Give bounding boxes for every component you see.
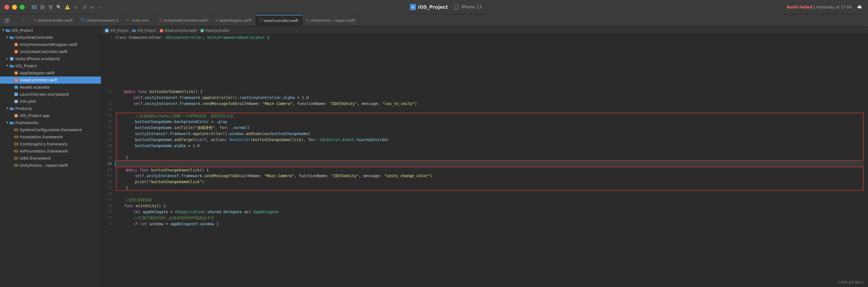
- code-line: [115, 59, 864, 65]
- svg-text:S: S: [15, 79, 17, 81]
- framework-icon: [14, 128, 19, 132]
- rect-button[interactable]: ▭: [88, 3, 96, 11]
- sidebar-item-system-config[interactable]: SystemConfiguration.framework: [0, 126, 101, 133]
- device-icon: [454, 5, 459, 9]
- swift-icon: S: [14, 49, 19, 54]
- close-button[interactable]: [4, 5, 9, 9]
- branch-button[interactable]: ⎇: [80, 3, 88, 11]
- fullscreen-button[interactable]: [20, 5, 25, 9]
- sidebar-toggle-button[interactable]: [30, 3, 38, 11]
- code-line: buttonChangeGame.addTarget(self, action:…: [116, 137, 864, 143]
- code-line: [115, 82, 864, 88]
- tab-label: ViewController.swift: [264, 19, 299, 23]
- sidebar-item-coregraphics[interactable]: CoreGraphics.framework: [0, 141, 101, 148]
- disclosure-arrow: [10, 135, 14, 139]
- forward-button[interactable]: ›: [20, 17, 27, 24]
- svg-rect-17: [7, 21, 9, 23]
- sidebar-item-unity-fw-wrapper[interactable]: SUnityFrameworkWrapper.swift: [0, 41, 101, 48]
- disclosure-arrow: [10, 93, 14, 96]
- xcassets-icon: As: [14, 85, 19, 89]
- tab-unity-viewcontroller[interactable]: S UnityViewController.swift: [155, 15, 212, 26]
- tab-label: main.mm: [132, 18, 149, 23]
- layout-button[interactable]: [3, 16, 11, 25]
- back-button[interactable]: ‹: [12, 17, 19, 24]
- sidebar-item-unity-view-controller[interactable]: SUnityViewController.swift: [0, 48, 101, 55]
- disclosure-arrow: [10, 164, 14, 167]
- sidebar-item-ios-project-root[interactable]: ▶iOS_Project: [0, 27, 101, 34]
- sidebar-item-unity-iphone[interactable]: ▶XcUnity-iPhone.xcodeproj: [0, 55, 101, 62]
- structure-button[interactable]: [38, 3, 46, 11]
- sidebar-items: ▶iOS_Project▶UnityViewControllerSUnityFr…: [0, 27, 101, 169]
- tab-label: AppDelegate.swift: [219, 18, 252, 23]
- sidebar-item-label: iOS_Project.app: [20, 113, 50, 118]
- disclosure-arrow: [10, 100, 14, 103]
- svg-text:S: S: [161, 30, 162, 32]
- svg-rect-16: [7, 19, 9, 20]
- tab-appdelegate[interactable]: S AppDelegate.swift: [212, 15, 256, 26]
- svg-rect-32: [14, 93, 18, 96]
- warning-button[interactable]: ⚠️: [63, 3, 72, 11]
- code-line: //退出游戏画面: [115, 197, 864, 203]
- svg-rect-14: [456, 8, 457, 9]
- sidebar-item-label: UnityFrame...rapper.swift: [20, 163, 68, 168]
- line-number: [103, 82, 112, 88]
- sidebar-item-ios-project-group[interactable]: ▶iOS_Project: [0, 62, 101, 69]
- sidebar-item-info-plist[interactable]: plistInfo.plist: [0, 98, 101, 105]
- svg-text:S: S: [15, 51, 17, 53]
- svg-text:S: S: [15, 72, 17, 74]
- swift-icon: S: [14, 71, 19, 75]
- sidebar-item-launchscreen[interactable]: LaunchScreen.storyboard: [0, 91, 101, 98]
- disclosure-arrow: [10, 85, 14, 89]
- titlebar: 🔍 ⚠️ ◇ ⎇ ▭ ⋯ A iOS_Project › iPhone 13 B…: [0, 0, 868, 14]
- sidebar-item-assets[interactable]: AsAssets.xcassets: [0, 84, 101, 91]
- tab-unityframework-h[interactable]: h UnityFramework.h: [77, 15, 123, 26]
- code-editor[interactable]: 3445152535455565758596061626364656667686…: [101, 34, 868, 287]
- minimize-button[interactable]: [12, 5, 17, 9]
- code-line: [115, 76, 864, 82]
- line-number: [103, 95, 112, 101]
- svg-text:As: As: [15, 86, 17, 88]
- hierarchy-button[interactable]: [46, 3, 55, 11]
- sidebar-item-label: UIKit.framework: [20, 156, 51, 160]
- tab-viewcontroller-active[interactable]: S ViewController.swift: [256, 15, 303, 26]
- sidebar-item-unity-view-controller-group[interactable]: ▶UnityViewController: [0, 34, 101, 41]
- sidebar-item-avfoundation[interactable]: AVFoundation.framework: [0, 148, 101, 155]
- line-number: 67: [103, 197, 112, 203]
- code-line: [115, 107, 864, 113]
- sidebar-item-foundation[interactable]: Foundation.framework: [0, 133, 101, 141]
- plist-icon: plist: [14, 99, 19, 104]
- folder-icon: [9, 63, 14, 68]
- sidebar-item-products-group[interactable]: ▶Products: [0, 105, 101, 112]
- app-icon: app: [14, 113, 19, 118]
- swift-icon: S: [260, 19, 262, 23]
- disclosure-arrow: [10, 142, 14, 146]
- code-lines: class ViewController: UIViewController, …: [115, 34, 868, 227]
- titlebar-center: A iOS_Project › iPhone 13: [104, 4, 787, 10]
- sidebar-item-viewcontroller[interactable]: SViewController.swift: [0, 76, 101, 84]
- code-line: [116, 149, 864, 155]
- svg-rect-3: [34, 8, 37, 9]
- svg-rect-6: [40, 7, 42, 9]
- sidebar-item-frameworks-group[interactable]: ▶Frameworks: [0, 119, 101, 126]
- line-number: [103, 65, 112, 71]
- line-number: 65: [103, 185, 112, 191]
- sidebar-item-ios-project-app[interactable]: appiOS_Project.app: [0, 112, 101, 119]
- tab-unity-rapper[interactable]: S UnityFrame...rapper.swift: [303, 15, 359, 26]
- tab-viewcontroller-1[interactable]: S ViewController.swift: [30, 15, 77, 26]
- svg-rect-7: [43, 7, 44, 9]
- sidebar-item-unity-fw[interactable]: UnityFrame...rapper.swift: [0, 162, 101, 169]
- sidebar-item-appdelegate[interactable]: SAppDelegate.swift: [0, 69, 101, 76]
- sidebar-item-uikit[interactable]: UIKit.framework: [0, 155, 101, 162]
- svg-text:A: A: [412, 6, 414, 8]
- framework-icon: [14, 142, 19, 146]
- tab-main-mm[interactable]: mm main.mm: [123, 15, 155, 26]
- tab-label: UnityFramework.h: [86, 18, 119, 23]
- svg-text:plist: plist: [14, 101, 18, 103]
- line-numbers: 3445152535455565758596061626364656667686…: [101, 34, 115, 227]
- more-button[interactable]: ⋯: [96, 3, 104, 11]
- search-button[interactable]: 🔍: [55, 3, 63, 11]
- svg-text:S: S: [15, 44, 17, 46]
- cloud-button[interactable]: ☁️: [855, 3, 864, 11]
- folder-icon: [9, 35, 14, 40]
- diamond-button[interactable]: ◇: [72, 3, 80, 11]
